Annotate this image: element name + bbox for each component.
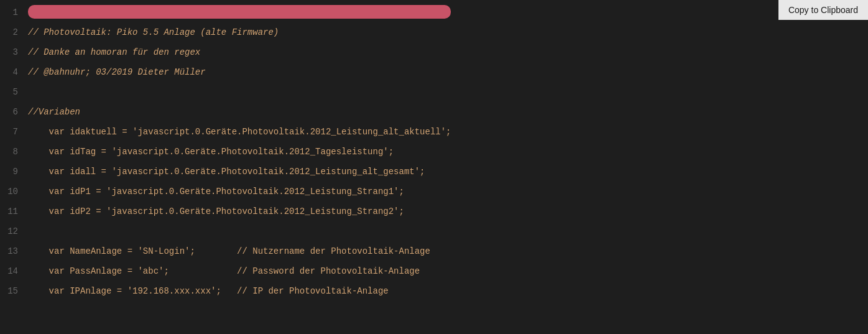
highlight-bar bbox=[28, 5, 451, 19]
line-number: 5 bbox=[0, 82, 28, 102]
code-line: 3// Danke an homoran für den regex bbox=[0, 42, 868, 62]
line-number: 7 bbox=[0, 122, 28, 142]
code-line: 8 var idTag = 'javascript.0.Geräte.Photo… bbox=[0, 142, 868, 162]
line-content: //Variaben bbox=[28, 102, 868, 122]
line-content: // @bahnuhr; 03/2019 Dieter Müller bbox=[28, 62, 868, 82]
line-number: 13 bbox=[0, 241, 28, 261]
line-content: var IPAnlage = '192.168.xxx.xxx'; // IP … bbox=[28, 281, 868, 301]
code-editor: 12// Photovoltaik: Piko 5.5 Anlage (alte… bbox=[0, 0, 868, 334]
line-content: // Danke an homoran für den regex bbox=[28, 42, 868, 62]
line-number: 1 bbox=[0, 2, 28, 22]
line-content: var idall = 'javascript.0.Geräte.Photovo… bbox=[28, 162, 868, 182]
code-block: 12// Photovoltaik: Piko 5.5 Anlage (alte… bbox=[0, 0, 868, 304]
line-number: 6 bbox=[0, 102, 28, 122]
code-line: 10 var idP1 = 'javascript.0.Geräte.Photo… bbox=[0, 182, 868, 202]
code-line: 5 bbox=[0, 82, 868, 102]
code-line: 13 var NameAnlage = 'SN-Login'; // Nutze… bbox=[0, 241, 868, 261]
code-line: 11 var idP2 = 'javascript.0.Geräte.Photo… bbox=[0, 202, 868, 221]
code-line: 15 var IPAnlage = '192.168.xxx.xxx'; // … bbox=[0, 281, 868, 301]
line-content: var idaktuell = 'javascript.0.Geräte.Pho… bbox=[28, 122, 868, 142]
code-line: 12 bbox=[0, 221, 868, 241]
code-line: 2// Photovoltaik: Piko 5.5 Anlage (alte … bbox=[0, 22, 868, 42]
line-number: 8 bbox=[0, 142, 28, 162]
code-line: 9 var idall = 'javascript.0.Geräte.Photo… bbox=[0, 162, 868, 182]
line-number: 2 bbox=[0, 22, 28, 42]
line-number: 14 bbox=[0, 261, 28, 281]
line-number: 3 bbox=[0, 42, 28, 62]
line-content: var NameAnlage = 'SN-Login'; // Nutzerna… bbox=[28, 241, 868, 261]
code-line: 14 var PassAnlage = 'abc'; // Password d… bbox=[0, 261, 868, 281]
code-line: 1 bbox=[0, 2, 868, 22]
line-content: // Photovoltaik: Piko 5.5 Anlage (alte F… bbox=[28, 22, 868, 42]
line-content: var PassAnlage = 'abc'; // Password der … bbox=[28, 261, 868, 281]
code-line: 4// @bahnuhr; 03/2019 Dieter Müller bbox=[0, 62, 868, 82]
line-number: 11 bbox=[0, 202, 28, 221]
code-line: 7 var idaktuell = 'javascript.0.Geräte.P… bbox=[0, 122, 868, 142]
line-number: 10 bbox=[0, 182, 28, 202]
line-number: 9 bbox=[0, 162, 28, 182]
line-number: 15 bbox=[0, 281, 28, 301]
line-content: var idP2 = 'javascript.0.Geräte.Photovol… bbox=[28, 202, 868, 221]
code-line: 6//Variaben bbox=[0, 102, 868, 122]
copy-to-clipboard-button[interactable]: Copy to Clipboard bbox=[778, 0, 868, 20]
line-number: 12 bbox=[0, 221, 28, 241]
line-content: var idTag = 'javascript.0.Geräte.Photovo… bbox=[28, 142, 868, 162]
line-number: 4 bbox=[0, 62, 28, 82]
line-content: var idP1 = 'javascript.0.Geräte.Photovol… bbox=[28, 182, 868, 202]
